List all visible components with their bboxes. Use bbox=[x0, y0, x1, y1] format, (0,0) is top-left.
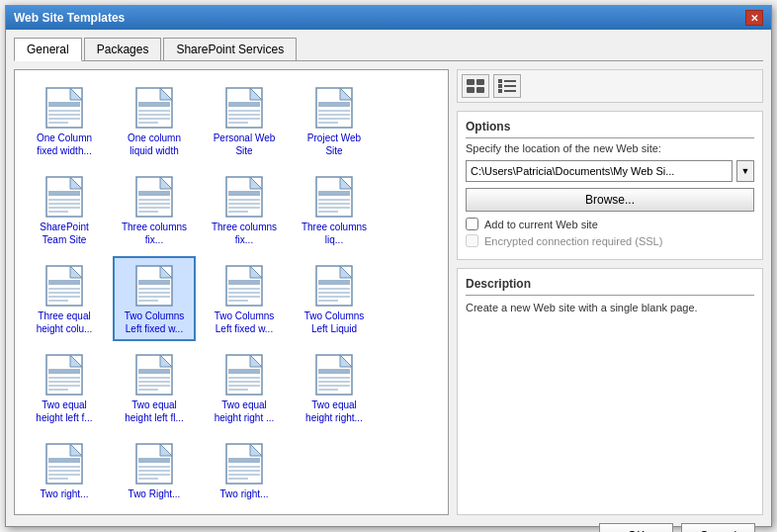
svg-rect-23 bbox=[318, 102, 350, 107]
template-item[interactable]: SharePoint Team Site bbox=[23, 167, 106, 252]
template-icon bbox=[310, 84, 358, 132]
svg-rect-60 bbox=[48, 292, 80, 294]
template-label: Personal Web Site bbox=[209, 132, 280, 157]
svg-rect-51 bbox=[318, 191, 350, 196]
svg-rect-45 bbox=[228, 199, 260, 201]
tab-sharepoint[interactable]: SharePoint Services bbox=[163, 38, 297, 61]
svg-rect-58 bbox=[48, 280, 80, 285]
svg-rect-95 bbox=[138, 381, 170, 383]
svg-rect-79 bbox=[318, 280, 350, 285]
svg-rect-26 bbox=[318, 118, 350, 120]
svg-rect-90 bbox=[48, 389, 68, 391]
template-label: SharePoint Team Site bbox=[29, 221, 100, 246]
template-grid: One Column fixed width...One column liqu… bbox=[15, 70, 448, 514]
svg-rect-44 bbox=[228, 191, 260, 196]
template-icon bbox=[41, 84, 88, 132]
svg-rect-34 bbox=[48, 211, 68, 213]
template-label: Two equal height left f... bbox=[29, 399, 100, 424]
svg-rect-104 bbox=[228, 389, 248, 391]
close-button[interactable]: ✕ bbox=[745, 10, 763, 26]
options-divider bbox=[466, 137, 754, 138]
template-item[interactable]: Two equal height left fl... bbox=[113, 345, 196, 430]
svg-rect-54 bbox=[318, 207, 350, 209]
browse-button[interactable]: Browse... bbox=[466, 188, 754, 212]
svg-rect-125 bbox=[138, 478, 158, 480]
template-icon bbox=[130, 440, 178, 488]
location-row: ▼ bbox=[466, 160, 754, 182]
template-item[interactable]: Two Columns Left fixed w... bbox=[203, 256, 286, 341]
svg-rect-74 bbox=[228, 292, 260, 294]
svg-rect-62 bbox=[48, 300, 68, 302]
svg-rect-39 bbox=[138, 203, 170, 205]
svg-rect-27 bbox=[318, 122, 338, 124]
template-item[interactable]: Three columns fix... bbox=[203, 167, 286, 252]
view-list-icon[interactable] bbox=[493, 74, 521, 98]
description-text: Create a new Web site with a single blan… bbox=[466, 300, 754, 316]
svg-rect-101 bbox=[228, 377, 260, 379]
template-item[interactable]: Two equal height right... bbox=[293, 345, 376, 430]
add-to-current-checkbox[interactable] bbox=[466, 218, 478, 230]
template-item[interactable]: Project Web Site bbox=[293, 78, 376, 163]
location-dropdown-btn[interactable]: ▼ bbox=[736, 160, 754, 182]
dialog-body: General Packages SharePoint Services One… bbox=[6, 30, 771, 532]
svg-rect-82 bbox=[318, 296, 350, 298]
view-icon-bar bbox=[457, 69, 763, 103]
tab-general[interactable]: General bbox=[14, 38, 82, 61]
view-large-icon[interactable] bbox=[462, 74, 489, 98]
svg-rect-121 bbox=[138, 458, 170, 463]
tab-packages[interactable]: Packages bbox=[84, 38, 162, 61]
svg-rect-83 bbox=[318, 300, 338, 302]
description-section: Description Create a new Web site with a… bbox=[457, 268, 763, 515]
svg-rect-53 bbox=[318, 203, 350, 205]
template-item[interactable]: Three columns fix... bbox=[113, 167, 196, 252]
svg-rect-96 bbox=[138, 385, 170, 387]
svg-rect-66 bbox=[138, 288, 170, 290]
template-icon bbox=[41, 262, 88, 310]
svg-rect-76 bbox=[228, 300, 248, 302]
description-divider bbox=[466, 295, 754, 296]
template-item[interactable]: Two equal height left f... bbox=[23, 345, 106, 430]
svg-rect-102 bbox=[228, 381, 260, 383]
template-item[interactable]: Two right... bbox=[23, 434, 106, 506]
template-item[interactable]: Two equal height right ... bbox=[203, 345, 286, 430]
template-label: Two equal height left fl... bbox=[119, 399, 190, 424]
template-label: Project Web Site bbox=[299, 132, 370, 157]
template-item[interactable]: Three equal height colu... bbox=[23, 256, 106, 341]
template-label: One column liquid width bbox=[119, 132, 190, 157]
template-item[interactable]: One Column fixed width... bbox=[23, 78, 106, 163]
location-input[interactable] bbox=[466, 160, 733, 182]
svg-rect-80 bbox=[318, 288, 350, 290]
svg-rect-5 bbox=[48, 118, 80, 120]
template-item[interactable]: Two Right... bbox=[113, 434, 196, 506]
ok-button[interactable]: OK bbox=[599, 523, 673, 532]
svg-rect-124 bbox=[138, 474, 170, 476]
template-label: Two equal height right ... bbox=[209, 399, 280, 424]
template-icon bbox=[220, 173, 268, 221]
svg-rect-68 bbox=[138, 296, 170, 298]
template-item[interactable]: Two Columns Left Liquid bbox=[293, 256, 376, 341]
template-icon bbox=[130, 173, 178, 221]
svg-rect-107 bbox=[318, 369, 350, 374]
template-label: Two equal height right... bbox=[299, 399, 370, 424]
svg-rect-128 bbox=[228, 458, 260, 463]
template-item[interactable]: Two right... bbox=[203, 434, 286, 506]
svg-rect-129 bbox=[228, 466, 260, 468]
svg-rect-3 bbox=[48, 110, 80, 112]
template-icon bbox=[41, 351, 88, 399]
svg-rect-2 bbox=[48, 102, 80, 107]
template-item[interactable]: One column liquid width bbox=[113, 78, 196, 163]
svg-rect-140 bbox=[504, 85, 516, 87]
template-item[interactable]: Two Columns Left fixed w... bbox=[113, 256, 196, 341]
encrypted-checkbox bbox=[466, 234, 478, 247]
template-icon bbox=[310, 173, 358, 221]
svg-rect-134 bbox=[476, 79, 484, 85]
options-label: Options bbox=[466, 120, 754, 133]
template-icon bbox=[130, 351, 178, 399]
template-item[interactable]: Personal Web Site bbox=[203, 78, 286, 163]
svg-rect-86 bbox=[48, 369, 80, 374]
svg-rect-17 bbox=[228, 110, 260, 112]
svg-rect-47 bbox=[228, 207, 260, 209]
template-item[interactable]: Three columns liq... bbox=[293, 167, 376, 252]
cancel-button[interactable]: Cancel bbox=[681, 523, 755, 532]
add-to-current-row: Add to current Web site bbox=[466, 218, 754, 230]
